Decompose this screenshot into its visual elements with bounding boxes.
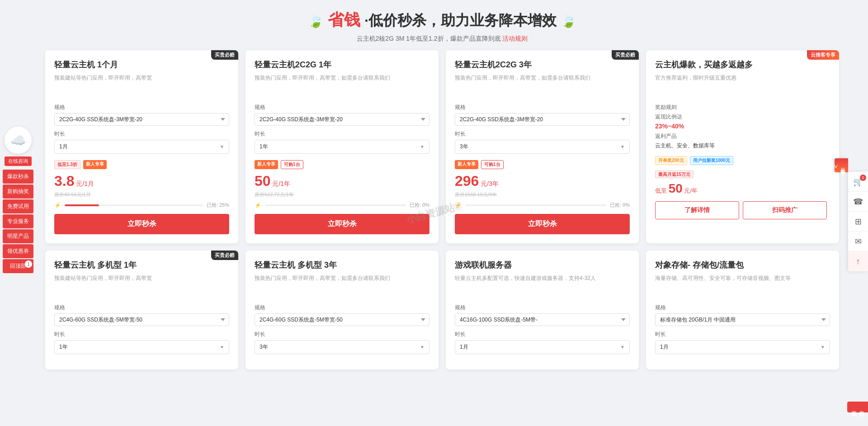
new-year-banner[interactable]: 开年来购季 > (835, 158, 848, 172)
message-icon: ✉ (855, 237, 862, 246)
card5-duration-val[interactable]: 1年 ▼ (54, 340, 229, 354)
right-sidebar: 🛒 0 ☎ ⊞ ✉ ↑ (848, 172, 868, 271)
card1-desc: 预装建站等热门应用，即开即用，高带宽 (54, 74, 229, 96)
card1-spec-select[interactable]: 2C2G-40G SSD系统盘-3M带宽-20 (54, 113, 229, 126)
card4-qr-button[interactable]: 扫码推广 (743, 201, 827, 219)
sidebar-item-lottery[interactable]: 新购抽奖 (3, 185, 33, 199)
hero-highlight: 省钱 (328, 10, 360, 29)
card3-duration-val[interactable]: 3年 ▼ (455, 140, 630, 154)
lightning-icon: ⚡ (54, 202, 61, 208)
card5-spec-label: 规格 (54, 304, 229, 312)
card8-duration-val[interactable]: 1月 ▼ (655, 340, 830, 354)
card3-spec-select[interactable]: 2C2G-40G SSD系统盘-3M带宽-20 (455, 113, 630, 126)
card4-price: 低至 50 元/年 (655, 181, 830, 196)
card1-seckill-button[interactable]: 立即秒杀 (54, 214, 229, 234)
card3-spec-label: 规格 (455, 104, 630, 111)
card4-btn-row: 了解详情 扫码推广 (655, 201, 830, 219)
scroll-up-button[interactable]: ↑ (848, 251, 868, 271)
card2-spec-select[interactable]: 2C2G-40G SSD系统盘-3M带宽-20 (255, 113, 429, 126)
reward-tag-open: 开单奖200元 (655, 156, 687, 165)
card1-title: 轻量云主机 1个月 (54, 59, 229, 70)
card3-duration-label: 时长 (455, 130, 630, 138)
card6-duration-label: 时长 (255, 331, 429, 338)
card8-spec-select[interactable]: 标准存储包 20GB/1月 中国通用 (655, 313, 830, 326)
online-consult-sidebar[interactable]: 在线咨询 (5, 156, 32, 166)
cart-badge: 0 (860, 175, 866, 181)
message-button[interactable]: ✉ (848, 232, 868, 251)
card2-price: 50 元/1年 (255, 173, 429, 189)
chevron-down-icon: ▼ (220, 144, 224, 149)
banner-arrow: > (832, 165, 840, 169)
left-sidebar: ☁️ 在线咨询 爆款秒杀 新购抽奖 免费试用 专业服务 明星产品 领优惠券 回顶… (0, 127, 36, 273)
card1-spec-label: 规格 (54, 104, 229, 111)
card3-tag-limit: 可购1台 (481, 160, 504, 169)
lightning-icon-3: ⚡ (455, 202, 462, 208)
reward-section: 奖励规则 返现比例达 23%~40% 返利产品 云主机、安全、数据库等 开单奖2… (655, 104, 830, 196)
reward-ratio-label: 返现比例达 (655, 113, 830, 121)
card1-price: 3.8 元/1月 (54, 173, 229, 189)
card4-title: 云主机爆款，买越多返越多 (655, 59, 830, 70)
card2-duration-val[interactable]: 1年 ▼ (255, 140, 429, 154)
card1-badge: 买贵必赔 (211, 50, 238, 60)
card-1-month: 买贵必赔 轻量云主机 1个月 预装建站等热门应用，即开即用，高带宽 规格 2C2… (45, 50, 238, 243)
card-object-storage: 对象存储- 存储包/流量包 海量存储、高可用性、安全可靠，可存储音视频、图文等 … (646, 251, 839, 369)
card7-spec-select[interactable]: 4C16G-100G SSD系统盘-5M带- (455, 313, 630, 326)
cart-button[interactable]: 🛒 0 (848, 172, 868, 192)
chevron-down-icon-7: ▼ (620, 345, 625, 350)
card4-detail-button[interactable]: 了解详情 (655, 201, 739, 219)
chevron-down-icon-5: ▼ (220, 345, 224, 350)
card-3year: 买贵必赔 轻量云主机2C2G 3年 预装热门应用，即开即用，高带宽，如需多台请联… (446, 50, 639, 243)
card7-duration-val[interactable]: 1月 ▼ (455, 340, 630, 354)
sidebar-item-coupon[interactable]: 领优惠券 (3, 244, 33, 258)
sidebar-item-pro-service[interactable]: 专业服务 (3, 214, 33, 228)
online-consult-button[interactable]: 在线咨询 (847, 402, 868, 412)
card7-title: 游戏联机服务器 (455, 260, 630, 270)
card2-tag-new: 新人专享 (255, 160, 278, 169)
cards-row-2: 买贵必赔 轻量云主机 多机型 1年 预装建站等热门应用，即开即用，高带宽 规格 … (45, 251, 839, 369)
sidebar-item-free-trial[interactable]: 免费试用 (3, 199, 33, 213)
sidebar-item-seckill[interactable]: 爆款秒杀 (3, 170, 33, 184)
card1-progress-bar (65, 204, 203, 206)
card2-seckill-button[interactable]: 立即秒杀 (255, 214, 429, 234)
reward-tag-user: 用户拉新奖1000元 (690, 156, 733, 165)
hero-title: 🍃 省钱 ·低价秒杀，助力业务降本增效 🍃 (45, 9, 839, 31)
sidebar-item-star-product[interactable]: 明星产品 (3, 229, 33, 243)
lightning-icon-2: ⚡ (255, 202, 261, 208)
grid-button[interactable]: ⊞ (848, 212, 868, 232)
card2-tags: 新人专享 可购1台 (255, 160, 429, 169)
phone-icon: ☎ (853, 197, 863, 207)
reward-product-value: 云主机、安全、数据库等 (655, 142, 830, 150)
activity-rules-link[interactable]: 活动规则 (502, 35, 528, 42)
card8-duration-label: 时长 (655, 331, 830, 338)
card1-tag-discount: 低至1.3折 (54, 160, 80, 169)
up-arrow-icon: ↑ (856, 257, 860, 266)
card4-badge: 云推客专享 (807, 50, 839, 60)
phone-button[interactable]: ☎ (848, 192, 868, 212)
sidebar-item-top[interactable]: 回顶部 1 (3, 259, 33, 273)
card2-tag-limit: 可购1台 (281, 160, 303, 169)
cards-row-1: 买贵必赔 轻量云主机 1个月 预装建站等热门应用，即开即用，高带宽 规格 2C2… (45, 50, 839, 243)
card5-badge: 买贵必赔 (211, 251, 238, 260)
card1-tag-new: 新人专享 (83, 160, 107, 169)
card5-spec-select[interactable]: 2C4G-60G SSD系统盘-5M带宽-50 (54, 313, 229, 326)
card6-spec-select[interactable]: 2C4G-60G SSD系统盘-5M带宽-50 (255, 313, 429, 326)
card8-desc: 海量存储、高可用性、安全可靠，可存储音视频、图文等 (655, 274, 830, 297)
card6-desc: 预装热门应用，即开即用，高带宽，如需多台请联系我们 (255, 274, 429, 297)
top-badge: 1 (25, 260, 32, 268)
card-multi-1year: 买贵必赔 轻量云主机 多机型 1年 预装建站等热门应用，即开即用，高带宽 规格 … (45, 251, 238, 369)
card7-spec-label: 规格 (455, 304, 630, 312)
card5-desc: 预装建站等热门应用，即开即用，高带宽 (54, 274, 229, 297)
card2-progress-bar (265, 204, 406, 206)
card3-orig-price: 原价1568.16元/3年 (455, 191, 630, 198)
card2-progress: ⚡ 已抢: 0% (255, 202, 429, 208)
card1-progress-fill (65, 204, 99, 206)
card1-tags: 低至1.3折 新人专享 (54, 160, 229, 169)
card3-tags: 新人专享 可购1台 (455, 160, 630, 169)
card3-seckill-button[interactable]: 立即秒杀 (455, 214, 630, 234)
card6-spec-label: 规格 (255, 304, 429, 312)
card1-duration-val[interactable]: 1月 ▼ (54, 140, 229, 154)
card6-duration-val[interactable]: 3年 ▼ (255, 340, 429, 354)
card2-title: 轻量云主机2C2G 1年 (255, 59, 429, 70)
reward-product-label: 返利产品 (655, 133, 830, 140)
card7-duration-label: 时长 (455, 331, 630, 338)
